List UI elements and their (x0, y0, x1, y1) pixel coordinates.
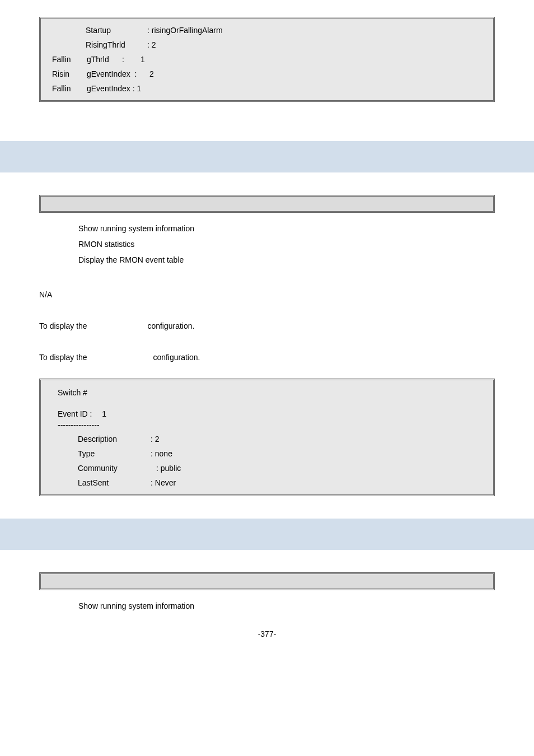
description-list: Show running system information (78, 598, 534, 614)
value: : Never (151, 478, 476, 487)
prompt-line: Switch # (58, 388, 476, 397)
text-fragment: configuration. (147, 321, 194, 330)
label: Event ID : (58, 409, 92, 418)
value: 1 (102, 409, 106, 418)
cell (52, 40, 86, 49)
description-list: Show running system information RMON sta… (78, 221, 534, 268)
subheading-band (39, 572, 495, 590)
list-item: RMON statistics (78, 236, 534, 252)
text-fragment: To display the (39, 321, 87, 330)
list-item: Show running system information (78, 598, 534, 614)
cell: RisingThrld (86, 40, 147, 49)
text-fragment: configuration. (153, 353, 200, 362)
cell: gEventIndex : (87, 69, 149, 78)
code-row: Risin gEventIndex : 2 (52, 67, 482, 81)
value: : 2 (151, 435, 476, 444)
key: LastSent (78, 478, 151, 487)
cell: Startup (86, 26, 147, 35)
kv-row: Community : public (78, 461, 476, 475)
code-block-1: Startup : risingOrFallingAlarm RisingThr… (39, 17, 495, 102)
event-id-line: Event ID : 1 (58, 409, 476, 418)
subheading-band (39, 195, 495, 213)
code-row: RisingThrld : 2 (52, 38, 482, 52)
code-row: Startup : risingOrFallingAlarm (52, 23, 482, 38)
description-line-2: To display the configuration. (39, 353, 534, 362)
kv-row: Description : 2 (78, 432, 476, 446)
description-line-1: To display the configuration. (39, 321, 534, 330)
key: Description (78, 435, 151, 444)
value: : none (151, 449, 476, 458)
value: : public (151, 464, 476, 473)
cell: : 2 (147, 40, 482, 49)
kv-row: Type : none (78, 446, 476, 461)
code-block-2: Switch # Event ID : 1 ---------------- D… (39, 379, 495, 496)
section-band (0, 141, 534, 172)
cell: gThrld : (87, 55, 140, 64)
cell: 1 (140, 55, 482, 64)
key: Type (78, 449, 151, 458)
page-number: -377- (0, 629, 534, 638)
list-item: Show running system information (78, 221, 534, 236)
cell: Fallin (52, 84, 87, 93)
cell: Risin (52, 69, 87, 78)
cell: 2 (149, 69, 482, 78)
cell: : risingOrFallingAlarm (147, 26, 482, 35)
section-band (0, 519, 534, 550)
kv-row: LastSent : Never (78, 475, 476, 490)
cell: gEventIndex : 1 (87, 84, 482, 93)
text-fragment: To display the (39, 353, 87, 362)
key: Community (78, 464, 151, 473)
cell (52, 26, 86, 35)
na-text: N/A (39, 290, 534, 299)
list-item: Display the RMON event table (78, 252, 534, 268)
code-row: Fallin gThrld : 1 (52, 52, 482, 67)
separator: ---------------- (58, 418, 476, 432)
code-row: Fallin gEventIndex : 1 (52, 81, 482, 96)
cell: Fallin (52, 55, 87, 64)
